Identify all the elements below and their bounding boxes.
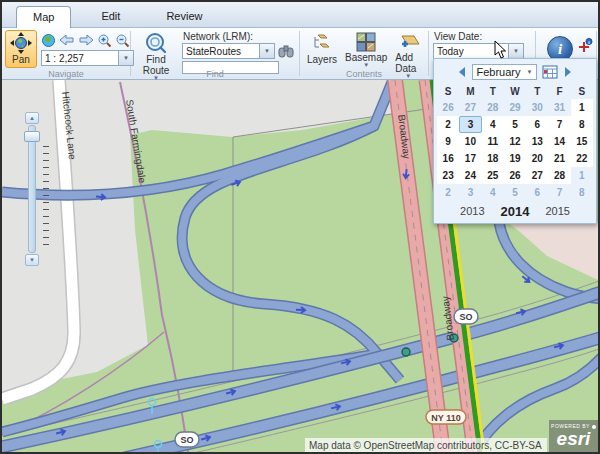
calendar-day[interactable]: 26 xyxy=(504,167,526,184)
previous-month-button[interactable] xyxy=(459,67,465,77)
layers-button[interactable]: Layers xyxy=(303,30,341,68)
add-data-button[interactable]: Add Data ▼ xyxy=(391,30,425,68)
tab-map[interactable]: Map xyxy=(16,6,71,28)
tab-review[interactable]: Review xyxy=(150,6,218,27)
esri-dot xyxy=(592,425,596,429)
calendar-day[interactable]: 13 xyxy=(526,133,548,150)
next-extent-icon[interactable] xyxy=(78,33,94,47)
zoom-slider-thumb[interactable] xyxy=(24,131,40,142)
zoom-out-icon[interactable] xyxy=(115,33,130,48)
calendar-day-selected[interactable]: 3 xyxy=(459,116,481,133)
calendar-day[interactable]: 23 xyxy=(437,167,459,184)
calendar-day[interactable]: 7 xyxy=(548,116,570,133)
date-picker-popup: February ▼ SMTWTFS2627282930311234567891… xyxy=(433,58,597,224)
calendar-day[interactable]: 24 xyxy=(459,167,481,184)
calendar-day[interactable]: 28 xyxy=(548,167,570,184)
calendar-day[interactable]: 12 xyxy=(504,133,526,150)
calendar-day[interactable]: 18 xyxy=(482,150,504,167)
navigate-group-label: Navigate xyxy=(2,69,130,79)
calendar-day[interactable]: 20 xyxy=(526,150,548,167)
network-combo: ▼ xyxy=(182,43,275,59)
calendar-day[interactable]: 5 xyxy=(504,184,526,201)
calendar-grid: SMTWTFS262728293031123456789101112131415… xyxy=(437,84,593,201)
zoom-in-icon[interactable] xyxy=(97,33,112,48)
calendar-day[interactable]: 22 xyxy=(571,150,593,167)
calendar-day[interactable]: 28 xyxy=(482,99,504,116)
zoom-slider-track[interactable] xyxy=(28,125,36,253)
calendar-day[interactable]: 31 xyxy=(548,99,570,116)
calendar-year[interactable]: 2014 xyxy=(501,204,530,219)
svg-text:NY 110: NY 110 xyxy=(431,413,460,423)
calendar-day-header: S xyxy=(437,84,459,99)
calendar-day-header: M xyxy=(459,84,481,99)
find-route-icon xyxy=(144,32,168,54)
calendar-day-header: T xyxy=(526,84,548,99)
calendar-day[interactable]: 5 xyxy=(504,116,526,133)
calendar-day[interactable]: 1 xyxy=(571,99,593,116)
month-dropdown[interactable]: February ▼ xyxy=(472,64,538,80)
calendar-day[interactable]: 8 xyxy=(571,116,593,133)
pan-label: Pan xyxy=(12,54,30,65)
calendar-day[interactable]: 6 xyxy=(526,184,548,201)
previous-extent-icon[interactable] xyxy=(59,33,75,47)
find-group-label: Find xyxy=(131,69,299,79)
group-contents: Layers Basemap ▼ xyxy=(300,28,428,79)
calendar-day[interactable]: 25 xyxy=(482,167,504,184)
calendar-day[interactable]: 2 xyxy=(437,184,459,201)
calendar-day[interactable]: 15 xyxy=(571,133,593,150)
map-scale-input[interactable] xyxy=(41,50,119,66)
view-date-combo: ▼ xyxy=(433,43,524,59)
binoculars-icon[interactable] xyxy=(278,45,294,58)
find-route-button[interactable]: Find Route ▼ xyxy=(134,30,178,68)
svg-text:SO: SO xyxy=(180,435,193,445)
calendar-day-header: S xyxy=(571,84,593,99)
basemap-button[interactable]: Basemap ▼ xyxy=(341,30,391,68)
calendar-year[interactable]: 2013 xyxy=(460,205,484,217)
calendar-day[interactable]: 3 xyxy=(459,184,481,201)
calendar-day[interactable]: 9 xyxy=(437,133,459,150)
calendar-day[interactable]: 16 xyxy=(437,150,459,167)
calendar-day[interactable]: 19 xyxy=(504,150,526,167)
calendar-day[interactable]: 17 xyxy=(459,150,481,167)
calendar-day[interactable]: 1 xyxy=(571,167,593,184)
calendar-day-header: F xyxy=(548,84,570,99)
calendar-day[interactable]: 30 xyxy=(526,99,548,116)
view-date-dropdown-button[interactable]: ▼ xyxy=(509,43,524,59)
zoom-slider-up-button[interactable]: ▲ xyxy=(25,112,39,124)
esri-logo: POWERED BY esri xyxy=(549,420,598,452)
calendar-year[interactable]: 2015 xyxy=(545,205,569,217)
next-month-button[interactable] xyxy=(565,67,571,77)
calendar-day[interactable]: 11 xyxy=(482,133,504,150)
calendar-grid-icon[interactable] xyxy=(542,65,558,79)
calendar-day[interactable]: 10 xyxy=(459,133,481,150)
network-input[interactable] xyxy=(182,43,260,59)
mouse-cursor xyxy=(494,40,508,60)
calendar-day[interactable]: 14 xyxy=(548,133,570,150)
calendar-day[interactable]: 27 xyxy=(526,167,548,184)
calendar-day[interactable]: 29 xyxy=(504,99,526,116)
calendar-day-header: T xyxy=(482,84,504,99)
zoom-slider-down-button[interactable]: ▼ xyxy=(25,254,39,266)
calendar-day[interactable]: 6 xyxy=(526,116,548,133)
network-dropdown-button[interactable]: ▼ xyxy=(260,43,275,59)
layers-label: Layers xyxy=(307,54,337,65)
calendar-day[interactable]: 8 xyxy=(571,184,593,201)
ribbon-tab-bar: Map Edit Review xyxy=(2,2,598,28)
shield-so-lower: SO xyxy=(175,432,199,447)
calendar-day[interactable]: 7 xyxy=(548,184,570,201)
full-extent-globe-icon[interactable] xyxy=(41,33,56,48)
calendar-day[interactable]: 2 xyxy=(437,116,459,133)
calendar-years: 201320142015 xyxy=(437,201,593,221)
pan-button[interactable]: Pan xyxy=(5,30,37,68)
calendar-day[interactable]: 21 xyxy=(548,150,570,167)
calendar-day[interactable]: 27 xyxy=(459,99,481,116)
app-window: Map Edit Review Pan xyxy=(0,0,600,454)
identify-route-icon[interactable]: i xyxy=(577,38,593,54)
calendar-day[interactable]: 4 xyxy=(482,116,504,133)
calendar-day[interactable]: 26 xyxy=(437,99,459,116)
tab-edit[interactable]: Edit xyxy=(85,6,136,27)
calendar-day[interactable]: 4 xyxy=(482,184,504,201)
add-data-icon xyxy=(396,32,420,52)
network-lrm-label: Network (LRM): xyxy=(183,31,294,42)
map-attribution: Map data © OpenStreetMap contributors, C… xyxy=(305,438,547,452)
